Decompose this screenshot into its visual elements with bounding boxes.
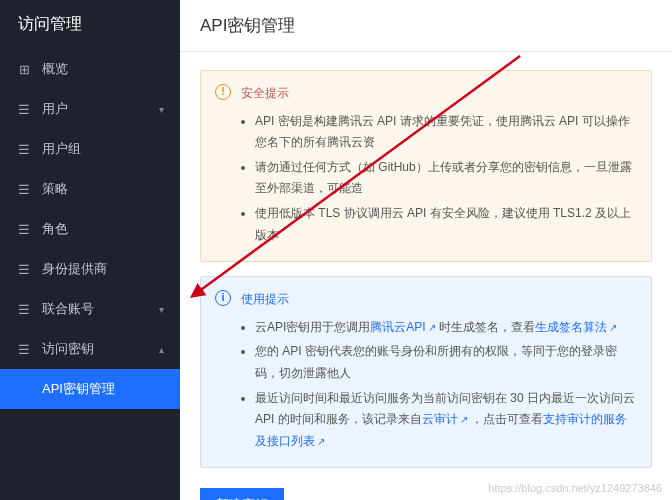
info-item: 最近访问时间和最近访问服务为当前访问密钥在 30 日内最近一次访问云 API 的… — [255, 388, 637, 453]
signature-doc-link[interactable]: 生成签名算法 — [535, 320, 607, 334]
sidebar-item-api-keys[interactable]: API密钥管理 — [0, 369, 180, 409]
sidebar-item-label: 概览 — [42, 60, 68, 78]
page-title: API密钥管理 — [180, 0, 672, 51]
sidebar-item-accesskeys[interactable]: ☰访问密钥▴ — [0, 329, 180, 369]
sidebar-item-users[interactable]: ☰用户▾ — [0, 89, 180, 129]
info-title: 使用提示 — [241, 289, 637, 311]
sidebar-item-usergroups[interactable]: ☰用户组 — [0, 129, 180, 169]
sidebar-item-overview[interactable]: ⊞概览 — [0, 49, 180, 89]
audit-link[interactable]: 云审计 — [422, 412, 458, 426]
chevron-up-icon: ▴ — [159, 344, 164, 355]
idp-icon: ☰ — [16, 262, 32, 277]
chevron-down-icon: ▾ — [159, 304, 164, 315]
sidebar-item-roles[interactable]: ☰角色 — [0, 209, 180, 249]
sidebar-item-federated[interactable]: ☰联合账号▾ — [0, 289, 180, 329]
sidebar-item-label: 用户 — [42, 100, 68, 118]
info-icon: i — [215, 290, 231, 306]
sidebar-item-policies[interactable]: ☰策略 — [0, 169, 180, 209]
warning-item: 请勿通过任何方式（如 GitHub）上传或者分享您的密钥信息，一旦泄露至外部渠道… — [255, 157, 637, 200]
sidebar-item-label: 身份提供商 — [42, 260, 107, 278]
sidebar: 访问管理 ⊞概览 ☰用户▾ ☰用户组 ☰策略 ☰角色 ☰身份提供商 ☰联合账号▾… — [0, 0, 180, 500]
sidebar-item-label: API密钥管理 — [42, 380, 115, 398]
new-key-button[interactable]: 新建密钥 — [200, 488, 284, 500]
sidebar-item-label: 角色 — [42, 220, 68, 238]
external-link-icon: ↗ — [609, 322, 617, 333]
sidebar-item-label: 访问密钥 — [42, 340, 94, 358]
warning-item: 使用低版本 TLS 协议调用云 API 有安全风险，建议使用 TLS1.2 及以… — [255, 203, 637, 246]
api-doc-link[interactable]: 腾讯云API — [370, 320, 425, 334]
link-icon: ☰ — [16, 302, 32, 317]
usage-info-panel: i 使用提示 云API密钥用于您调用腾讯云API↗ 时生成签名，查看生成签名算法… — [200, 276, 652, 468]
chevron-down-icon: ▾ — [159, 104, 164, 115]
role-icon: ☰ — [16, 222, 32, 237]
security-warning-panel: ! 安全提示 API 密钥是构建腾讯云 API 请求的重要凭证，使用腾讯云 AP… — [200, 70, 652, 262]
warning-icon: ! — [215, 84, 231, 100]
info-item: 云API密钥用于您调用腾讯云API↗ 时生成签名，查看生成签名算法↗ — [255, 317, 637, 339]
sidebar-item-label: 联合账号 — [42, 300, 94, 318]
group-icon: ☰ — [16, 142, 32, 157]
watermark: https://blog.csdn.net/yz1249273846 — [488, 482, 662, 494]
policy-icon: ☰ — [16, 182, 32, 197]
sidebar-item-idp[interactable]: ☰身份提供商 — [0, 249, 180, 289]
external-link-icon: ↗ — [317, 436, 325, 447]
sidebar-title: 访问管理 — [0, 0, 180, 49]
info-item: 您的 API 密钥代表您的账号身份和所拥有的权限，等同于您的登录密码，切勿泄露他… — [255, 341, 637, 384]
user-icon: ☰ — [16, 102, 32, 117]
warning-title: 安全提示 — [241, 83, 637, 105]
main-content: API密钥管理 ! 安全提示 API 密钥是构建腾讯云 API 请求的重要凭证，… — [180, 0, 672, 500]
external-link-icon: ↗ — [460, 414, 468, 425]
sidebar-item-label: 用户组 — [42, 140, 81, 158]
sidebar-item-label: 策略 — [42, 180, 68, 198]
divider — [180, 51, 672, 52]
warning-item: API 密钥是构建腾讯云 API 请求的重要凭证，使用腾讯云 API 可以操作您… — [255, 111, 637, 154]
key-icon: ☰ — [16, 342, 32, 357]
grid-icon: ⊞ — [16, 62, 32, 77]
external-link-icon: ↗ — [428, 322, 436, 333]
